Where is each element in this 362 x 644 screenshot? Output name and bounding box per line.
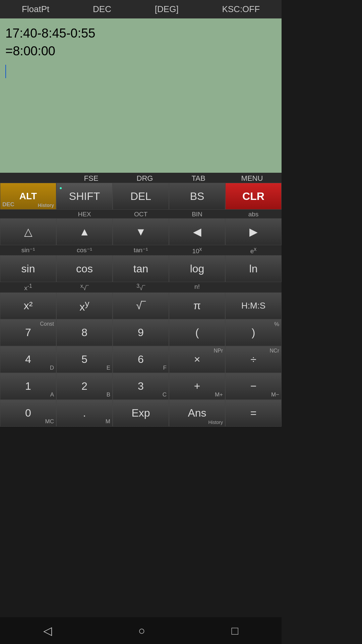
- xy-label: xy: [79, 299, 89, 313]
- x2-button[interactable]: x²: [0, 292, 56, 319]
- hms-button[interactable]: H:M:S: [225, 292, 282, 319]
- status-floatpt: FloatPt: [18, 3, 53, 16]
- row-123: A 1 B 2 C 3 M+ + M− −: [0, 373, 282, 400]
- arrow-right-button[interactable]: ▶: [225, 218, 282, 245]
- label-dec: [0, 210, 56, 218]
- a-label: A: [50, 391, 54, 398]
- multiply-label: ×: [194, 353, 200, 366]
- label-hex: HEX: [56, 210, 113, 218]
- c-label: C: [163, 391, 167, 398]
- d-label: D: [50, 365, 54, 371]
- display-area[interactable]: 17:40-8:45-0:55 =8:00:00: [0, 18, 282, 173]
- ln-label: ln: [249, 263, 258, 275]
- label-3sqrt: 3√‾: [113, 282, 169, 292]
- row-456: D 4 E 5 F 6 NPr × NCr ÷: [0, 346, 282, 373]
- 7-button[interactable]: Const 7: [0, 319, 56, 346]
- 0-button[interactable]: MC 0: [0, 400, 56, 427]
- shift-button[interactable]: ● SHIFT: [56, 183, 113, 210]
- 7-label: 7: [25, 326, 31, 339]
- label-x-inv: x-1: [0, 282, 56, 292]
- bs-label: BS: [190, 190, 204, 203]
- label-sin-inv: sin⁻¹: [0, 245, 56, 255]
- status-bar: FloatPt DEC [DEG] KSC:OFF: [0, 0, 282, 18]
- row-alt-shift: ALT DEC History ● SHIFT DEL BS CLR: [0, 183, 282, 210]
- 8-button[interactable]: 8: [56, 319, 113, 346]
- minus-button[interactable]: M− −: [225, 373, 282, 400]
- divide-label: ÷: [250, 353, 256, 366]
- arrow-right-icon: ▶: [249, 225, 258, 238]
- label-abs: abs: [225, 210, 282, 218]
- m-label: M: [106, 418, 110, 425]
- bs-button[interactable]: BS: [169, 183, 225, 210]
- arrow-left-button[interactable]: ◀: [169, 218, 225, 245]
- 2-button[interactable]: B 2: [56, 373, 113, 400]
- del-button[interactable]: DEL: [113, 183, 169, 210]
- row-power: x² xy √‾ π H:M:S: [0, 292, 282, 319]
- plus-button[interactable]: M+ +: [169, 373, 225, 400]
- label-oct: OCT: [113, 210, 169, 218]
- func-menu: MENU: [225, 174, 279, 183]
- plus-label: +: [194, 380, 200, 392]
- label-nfact: n!: [169, 282, 225, 292]
- label-cos-inv: cos⁻¹: [56, 245, 113, 255]
- x2-label: x²: [24, 300, 33, 312]
- 6-button[interactable]: F 6: [113, 346, 169, 373]
- ln-button[interactable]: ln: [225, 255, 282, 282]
- cursor: [5, 65, 6, 78]
- 5-button[interactable]: E 5: [56, 346, 113, 373]
- const-label: Const: [40, 321, 54, 327]
- triangle-up-button[interactable]: ▲: [56, 218, 113, 245]
- sqrt-button[interactable]: √‾: [113, 292, 169, 319]
- 9-button[interactable]: 9: [113, 319, 169, 346]
- dot-button[interactable]: M .: [56, 400, 113, 427]
- label-10x: 10x: [169, 245, 225, 255]
- nav-back-button[interactable]: ◁: [43, 624, 52, 637]
- 4-button[interactable]: D 4: [0, 346, 56, 373]
- 5-label: 5: [81, 353, 87, 366]
- triangle-outline-icon: △: [24, 225, 33, 238]
- 2-label: 2: [81, 380, 87, 392]
- display-text: 17:40-8:45-0:55 =8:00:00: [5, 24, 276, 78]
- 3-button[interactable]: C 3: [113, 373, 169, 400]
- ans-button[interactable]: History Ans: [169, 400, 225, 427]
- alt-button[interactable]: ALT DEC History: [0, 183, 56, 210]
- nav-home-button[interactable]: ○: [138, 624, 145, 637]
- nav-recent-button[interactable]: □: [232, 624, 239, 637]
- ans-history-label: History: [208, 420, 223, 425]
- history-label: History: [38, 203, 54, 208]
- exp-button[interactable]: Exp: [113, 400, 169, 427]
- npr-label: NPr: [214, 348, 223, 354]
- equals-button[interactable]: =: [225, 400, 282, 427]
- log-button[interactable]: log: [169, 255, 225, 282]
- sqrt-label: √‾: [136, 300, 145, 312]
- triangle-outline-button[interactable]: △: [0, 218, 56, 245]
- label-bin: BIN: [169, 210, 225, 218]
- open-paren-label: (: [195, 326, 199, 339]
- ncr-label: NCr: [270, 348, 279, 354]
- tan-button[interactable]: tan: [113, 255, 169, 282]
- mc-label: MC: [45, 418, 54, 425]
- close-paren-label: ): [252, 326, 255, 339]
- sin-label: sin: [21, 263, 35, 275]
- row-arrows: △ ▲ ▼ ◀ ▶: [0, 218, 282, 245]
- open-paren-button[interactable]: (: [169, 319, 225, 346]
- xy-button[interactable]: xy: [56, 292, 113, 319]
- mminus-label: M−: [271, 391, 279, 398]
- dot-label: .: [83, 407, 86, 419]
- multiply-button[interactable]: NPr ×: [169, 346, 225, 373]
- cos-button[interactable]: cos: [56, 255, 113, 282]
- clr-label: CLR: [242, 190, 264, 203]
- del-label: DEL: [130, 190, 151, 203]
- label-ex: ex: [225, 245, 282, 255]
- clr-button[interactable]: CLR: [225, 183, 282, 210]
- close-paren-button[interactable]: % ): [225, 319, 282, 346]
- pi-button[interactable]: π: [169, 292, 225, 319]
- f-label: F: [163, 365, 167, 371]
- sin-button[interactable]: sin: [0, 255, 56, 282]
- func-tab: TAB: [172, 174, 225, 183]
- divide-button[interactable]: NCr ÷: [225, 346, 282, 373]
- triangle-down-button[interactable]: ▼: [113, 218, 169, 245]
- tan-label: tan: [133, 263, 148, 275]
- 1-button[interactable]: A 1: [0, 373, 56, 400]
- row-trig: sin cos tan log ln: [0, 255, 282, 282]
